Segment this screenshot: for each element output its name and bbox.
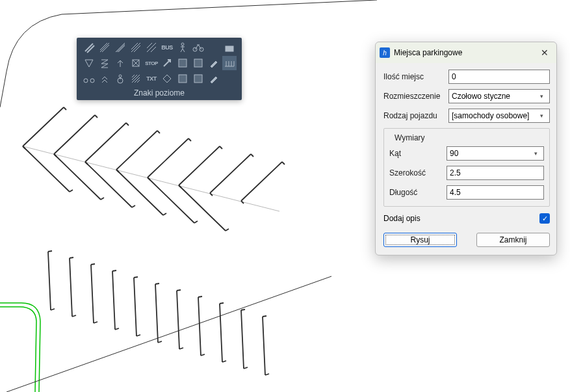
sign-icon-diag2[interactable] — [97, 40, 112, 55]
sign-icon-fill1[interactable] — [175, 56, 190, 70]
dimensions-group: Wymiary Kąt 90 ▾ Szerokość Długość — [383, 128, 550, 207]
sign-icon-disabled[interactable] — [113, 72, 127, 86]
svg-rect-15 — [179, 59, 187, 67]
width-input[interactable] — [447, 166, 544, 180]
angle-combo[interactable]: 90 ▾ — [447, 146, 544, 161]
sign-icon-bus[interactable]: BUS — [160, 40, 174, 55]
toolbox-title: Znaki poziome — [81, 86, 238, 99]
sign-icon-pedestrian[interactable] — [175, 40, 190, 55]
svg-rect-21 — [179, 75, 187, 83]
length-input[interactable] — [447, 185, 544, 200]
sign-icon-bicycle[interactable] — [191, 40, 205, 55]
sign-icon-blank2[interactable] — [222, 72, 237, 86]
sign-icon-brush2[interactable] — [207, 72, 221, 86]
close-button[interactable]: Zamknij — [476, 233, 550, 247]
dialog-titlebar[interactable]: h Miejsca parkingowe ✕ — [376, 42, 556, 63]
add-description-checkbox[interactable]: ✓ — [539, 213, 550, 224]
sign-icon-diag1[interactable] — [82, 40, 96, 55]
parking-dialog: h Miejsca parkingowe ✕ Ilość miejsc Rozm… — [375, 42, 557, 255]
length-label: Długość — [389, 188, 447, 197]
sign-icon-yield[interactable] — [82, 56, 96, 70]
sign-icon-chevrons[interactable] — [97, 72, 112, 86]
arrangement-value: Czołowo styczne — [452, 92, 536, 101]
sign-icon-hatch3[interactable] — [129, 72, 143, 86]
count-label: Ilość miejsc — [383, 72, 448, 81]
chevron-down-icon: ▾ — [530, 150, 541, 157]
vehicle-combo[interactable]: [samochody osobowe] ▾ — [448, 109, 550, 123]
chevron-down-icon: ▾ — [536, 93, 547, 99]
vehicle-label: Rodzaj pojazdu — [383, 111, 448, 120]
arrangement-combo[interactable]: Czołowo styczne ▾ — [448, 89, 550, 103]
count-input[interactable] — [448, 70, 550, 84]
sign-icon-brush[interactable] — [207, 56, 221, 70]
svg-line-8 — [117, 44, 125, 52]
sign-icon-arrow[interactable] — [160, 56, 174, 70]
svg-point-17 — [84, 79, 88, 83]
sign-icon-special1[interactable] — [222, 40, 237, 55]
sign-icon-bike2[interactable] — [82, 72, 96, 86]
sign-icon-stop[interactable]: STOP — [144, 56, 159, 70]
add-description-label: Dodaj opis — [383, 214, 421, 223]
sign-icon-parking[interactable] — [222, 56, 237, 70]
sign-icon-diamond[interactable] — [160, 72, 174, 86]
dialog-title: Miejsca parkingowe — [394, 48, 538, 57]
arrangement-label: Rozmieszczenie — [383, 92, 448, 101]
close-icon[interactable]: ✕ — [538, 46, 551, 59]
sign-icon-blank1[interactable] — [207, 40, 221, 55]
dimensions-legend: Wymiary — [392, 133, 428, 142]
sign-icon-fill4[interactable] — [191, 72, 205, 86]
svg-line-7 — [116, 43, 125, 52]
draw-button[interactable]: Rysuj — [383, 233, 457, 247]
width-label: Szerokość — [389, 168, 447, 177]
sign-icon-txt[interactable]: TXT — [144, 72, 159, 86]
sign-icon-hatch2[interactable] — [144, 40, 159, 55]
sign-icon-box[interactable] — [129, 56, 143, 70]
sign-icon-fill2[interactable] — [191, 56, 205, 70]
sign-icon-forward[interactable] — [113, 56, 127, 70]
svg-point-10 — [181, 43, 184, 46]
angle-label: Kąt — [389, 149, 447, 158]
vehicle-value: [samochody osobowe] — [452, 111, 536, 120]
svg-rect-22 — [194, 75, 202, 83]
svg-rect-16 — [194, 59, 202, 67]
sign-icon-zigzag[interactable] — [97, 56, 112, 70]
svg-line-6 — [100, 43, 107, 50]
chevron-down-icon: ▾ — [536, 112, 547, 119]
svg-line-1 — [6, 276, 331, 392]
svg-point-18 — [90, 79, 94, 83]
svg-rect-13 — [226, 46, 233, 51]
app-icon: h — [380, 47, 390, 58]
sign-icon-fill3[interactable] — [175, 72, 190, 86]
svg-point-19 — [119, 75, 122, 77]
angle-value: 90 — [450, 149, 530, 158]
svg-line-4 — [100, 43, 109, 52]
sign-icon-hatch1[interactable] — [129, 40, 143, 55]
sign-icon-diag3[interactable] — [113, 40, 127, 55]
road-signs-toolbox[interactable]: BUS STOP TXT Znaki poziome — [77, 38, 242, 100]
svg-line-5 — [102, 45, 109, 52]
